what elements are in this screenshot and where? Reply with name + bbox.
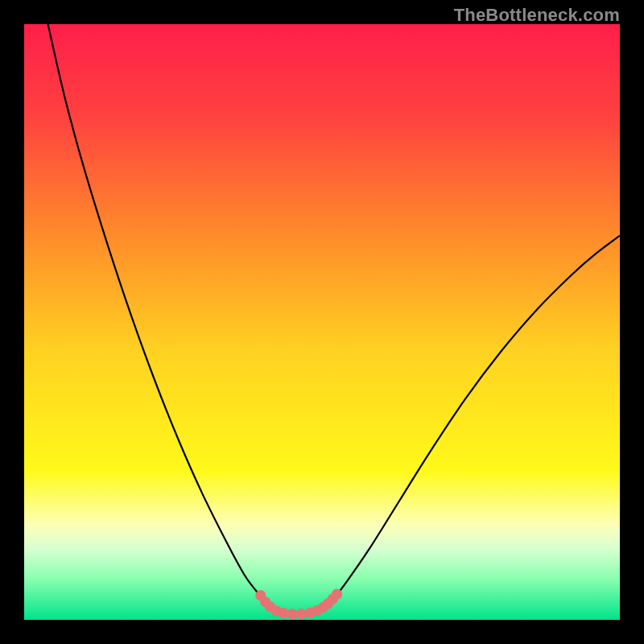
marker-dot bbox=[332, 589, 342, 600]
plot-area bbox=[24, 24, 620, 620]
chart-background bbox=[24, 24, 620, 620]
chart-stage: TheBottleneck.com bbox=[0, 0, 644, 644]
watermark-text: TheBottleneck.com bbox=[454, 5, 620, 26]
bottleneck-chart bbox=[24, 24, 620, 620]
